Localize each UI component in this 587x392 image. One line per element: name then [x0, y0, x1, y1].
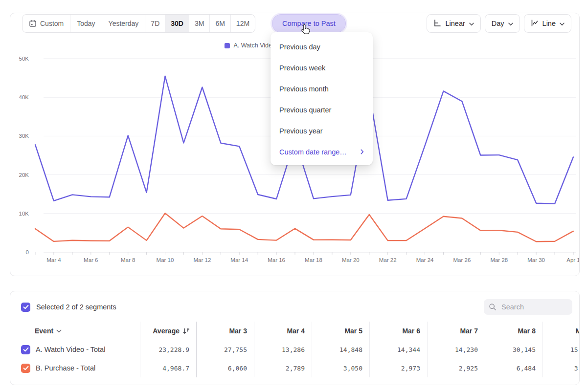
chart-type-dropdown[interactable]: Line: [524, 14, 571, 33]
svg-text:30K: 30K: [19, 133, 29, 139]
calendar-icon: [29, 20, 37, 27]
interval-label: Day: [492, 20, 504, 27]
svg-text:Mar 28: Mar 28: [490, 257, 508, 263]
average-column-header[interactable]: Average: [140, 322, 196, 340]
chart-type-label: Line: [542, 20, 556, 27]
segment-name: A. Watch Video - Total: [36, 346, 105, 353]
interval-dropdown[interactable]: Day: [485, 14, 520, 33]
date-value: 2,789: [254, 359, 312, 377]
segments-table: EventAverageMar 3Mar 4Mar 5Mar 6Mar 7Mar…: [10, 322, 580, 377]
svg-text:40K: 40K: [19, 94, 29, 100]
date-value: 2,973: [369, 359, 427, 377]
scale-label: Linear: [445, 20, 465, 27]
table-row-event: A. Watch Video - Total: [10, 340, 140, 359]
preset-3m[interactable]: 3M: [189, 15, 210, 32]
table-header-bar: Selected 2 of 2 segments: [21, 299, 568, 315]
date-value: 3,050: [312, 359, 369, 377]
preset-12m[interactable]: 12M: [231, 15, 255, 32]
svg-text:Mar 26: Mar 26: [453, 257, 471, 263]
segment-name: B. Purchase - Total: [36, 364, 95, 372]
svg-text:Mar 12: Mar 12: [194, 257, 211, 263]
date-column-header: Mar 6: [369, 322, 427, 340]
search-icon: [489, 303, 497, 311]
event-column-header[interactable]: Event: [10, 322, 140, 340]
date-value: 2,925: [427, 359, 485, 377]
svg-text:50K: 50K: [19, 56, 29, 62]
date-value: 14,344: [369, 340, 427, 359]
menu-item-previous-month[interactable]: Previous month: [271, 78, 373, 99]
linear-scale-icon: [433, 19, 441, 28]
svg-text:Apr 1: Apr 1: [566, 257, 579, 263]
chevron-down-icon: [508, 20, 513, 27]
svg-text:Mar 18: Mar 18: [305, 257, 322, 263]
table-row-event: B. Purchase - Total: [10, 359, 140, 377]
svg-text:Mar 24: Mar 24: [416, 257, 434, 263]
preset-yesterday[interactable]: Yesterday: [102, 15, 146, 32]
preset-30d[interactable]: 30D: [165, 15, 189, 32]
preset-custom[interactable]: Custom: [23, 15, 70, 32]
date-value: 6,484: [485, 359, 542, 377]
chevron-down-icon: [560, 20, 564, 27]
svg-text:Mar 20: Mar 20: [342, 257, 360, 263]
date-value: 14,848: [312, 340, 369, 359]
sort-descending-icon: [183, 328, 189, 334]
legend-swatch: [224, 43, 229, 48]
date-column-header: Mar 8: [485, 322, 542, 340]
chevron-right-icon: [361, 149, 364, 154]
chart-display-controls: Linear Day Line: [427, 14, 571, 33]
svg-text:Mar 22: Mar 22: [379, 257, 397, 263]
svg-text:Mar 4: Mar 4: [46, 257, 61, 263]
date-column-header: Mar 9: [542, 322, 580, 340]
svg-text:Mar 8: Mar 8: [121, 257, 135, 263]
preset-6m[interactable]: 6M: [210, 15, 230, 32]
selected-summary: Selected 2 of 2 segments: [36, 303, 116, 311]
date-column-header: Mar 7: [427, 322, 485, 340]
svg-text:10K: 10K: [19, 211, 29, 217]
line-chart-icon: [531, 19, 539, 28]
cursor-pointer: [299, 24, 310, 38]
svg-text:Mar 16: Mar 16: [268, 257, 285, 263]
menu-item-custom-date-range[interactable]: Custom date range…: [271, 141, 373, 162]
date-value: 27,755: [196, 340, 254, 359]
preset-today[interactable]: Today: [70, 15, 102, 32]
date-column-header: Mar 5: [312, 322, 369, 340]
preset-7d[interactable]: 7D: [145, 15, 165, 32]
menu-item-previous-day[interactable]: Previous day: [271, 36, 373, 57]
search-box: [484, 299, 572, 315]
date-value: 30,145: [485, 340, 542, 359]
date-value: 6,060: [196, 359, 254, 377]
svg-text:Mar 14: Mar 14: [230, 257, 248, 263]
date-value: 13,286: [254, 340, 312, 359]
select-all-checkbox[interactable]: [21, 303, 30, 312]
compare-to-past-menu: Previous dayPrevious weekPrevious monthP…: [271, 32, 373, 165]
date-column-header: Mar 4: [254, 322, 312, 340]
menu-item-previous-year[interactable]: Previous year: [271, 120, 373, 141]
svg-text:0: 0: [26, 249, 29, 255]
menu-item-previous-week[interactable]: Previous week: [271, 57, 373, 78]
menu-item-previous-quarter[interactable]: Previous quarter: [271, 99, 373, 120]
search-input[interactable]: [500, 303, 566, 311]
chart-toolbar: CustomTodayYesterday7D30D3M6M12M Compare…: [22, 14, 571, 33]
date-value: 15,432: [542, 340, 580, 359]
date-value: 14,230: [427, 340, 485, 359]
svg-text:20K: 20K: [19, 172, 29, 178]
segment-checkbox[interactable]: [21, 364, 30, 373]
average-value: 4,968.7: [140, 359, 196, 377]
chevron-down-icon: [56, 329, 62, 333]
segments-table-card: Selected 2 of 2 segments EventAverageMar…: [10, 291, 580, 385]
average-value: 23,228.9: [140, 340, 196, 359]
date-value: 3,045: [542, 359, 580, 377]
svg-text:Mar 30: Mar 30: [527, 257, 545, 263]
scale-dropdown[interactable]: Linear: [427, 14, 480, 33]
svg-text:Mar 10: Mar 10: [157, 257, 174, 263]
segment-checkbox[interactable]: [21, 345, 30, 354]
chevron-down-icon: [469, 20, 474, 27]
svg-text:Mar 6: Mar 6: [84, 257, 98, 263]
date-range-picker: CustomTodayYesterday7D30D3M6M12M: [22, 14, 255, 33]
date-column-header: Mar 3: [196, 322, 254, 340]
